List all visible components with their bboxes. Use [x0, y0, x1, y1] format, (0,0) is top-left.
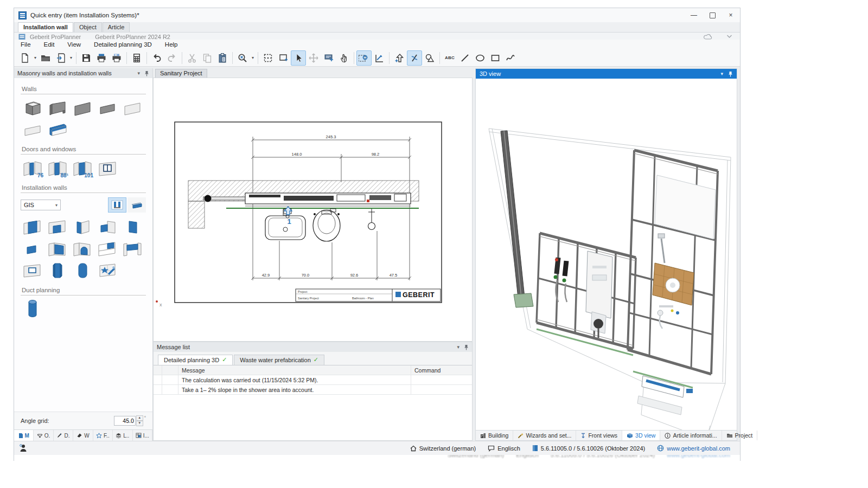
install-item-corner-panel[interactable] — [71, 217, 94, 237]
menu-edit[interactable]: Edit — [44, 41, 55, 48]
menu-file[interactable]: File — [21, 41, 31, 48]
wall-item-corner-dark[interactable] — [46, 98, 69, 118]
print-button[interactable] — [94, 50, 109, 66]
rectangle-tool-button[interactable] — [488, 50, 503, 66]
zoom-button[interactable] — [235, 50, 250, 66]
tab-project[interactable]: Project — [722, 431, 758, 440]
move-button[interactable] — [306, 50, 321, 66]
add-selection-button[interactable] — [276, 50, 291, 66]
copy-button[interactable] — [200, 50, 215, 66]
drawing-canvas[interactable]: x 245.3 148.0 98.2 — [153, 78, 473, 342]
message-row[interactable]: The calculation was carried out (11/15/2… — [154, 375, 472, 385]
pin-icon[interactable] — [144, 70, 149, 76]
tab-article-information[interactable]: Article informati... — [660, 431, 722, 440]
text-tool-button[interactable]: ABC — [442, 50, 457, 66]
angle-grid-input[interactable] — [114, 416, 136, 426]
status-region[interactable]: Switzerland (german) — [410, 445, 476, 452]
toggle-panel-view[interactable] — [127, 197, 146, 213]
door-item-88[interactable]: 88¹ — [46, 158, 69, 178]
tab-front-views[interactable]: Front views — [576, 431, 622, 440]
toggle-stud-view[interactable] — [108, 197, 126, 213]
save-button[interactable] — [79, 50, 94, 66]
duct-item-cylinder[interactable] — [21, 299, 44, 319]
install-item-corner-full[interactable] — [46, 239, 69, 259]
import-dropdown[interactable]: ▾ — [68, 51, 74, 65]
select-tool-button[interactable] — [291, 50, 306, 66]
print-preview-button[interactable] — [109, 50, 124, 66]
shapes-button[interactable] — [422, 50, 437, 66]
install-item-full-panel[interactable] — [21, 217, 44, 237]
mini-tab-objects[interactable]: O. — [34, 430, 53, 441]
tab-sanitary-project[interactable]: Sanitary Project — [155, 69, 207, 78]
gis-select[interactable]: GIS▾ — [21, 200, 61, 210]
curve-tool-button[interactable] — [503, 50, 518, 66]
wall-item-cube[interactable] — [21, 98, 44, 118]
wall-item-installation-blue[interactable] — [46, 120, 69, 139]
wall-item-thin-light[interactable] — [21, 120, 44, 139]
door-item-76[interactable]: 76 — [21, 158, 44, 178]
install-item-corner-arch[interactable] — [71, 239, 94, 259]
mini-tab-dimensions[interactable]: D. — [54, 430, 73, 441]
wall-item-slab-light[interactable] — [120, 98, 144, 118]
chevron-down-icon[interactable]: ▾ — [720, 71, 723, 76]
new-document-dropdown[interactable]: ▾ — [33, 51, 38, 65]
menu-detailed-planning-3d[interactable]: Detailed planning 3D — [94, 41, 152, 48]
pin-icon[interactable] — [728, 71, 733, 77]
pan-hand-button[interactable] — [336, 50, 352, 66]
wall-item-panel-dark[interactable] — [71, 98, 94, 118]
tab-waste-water-prefabrication[interactable]: Waste water prefabrication ✓ — [234, 355, 324, 365]
open-button[interactable] — [38, 50, 53, 66]
undo-button[interactable] — [149, 50, 164, 66]
close-button[interactable]: × — [722, 8, 740, 22]
calculator-button[interactable] — [129, 50, 144, 66]
mini-tab-masonry[interactable]: M — [14, 430, 34, 441]
paste-button[interactable] — [215, 50, 230, 66]
door-item-101[interactable]: 101 — [71, 158, 94, 178]
tab-3d-view[interactable]: 3D view — [622, 431, 660, 440]
angle-down-button[interactable]: ▼ — [136, 421, 143, 426]
mini-tab-favorites[interactable]: F.. — [93, 430, 113, 441]
install-item-side-panel[interactable] — [95, 217, 119, 237]
minimize-button[interactable]: — — [685, 8, 703, 22]
chevron-down-icon[interactable]: ▾ — [137, 70, 140, 76]
install-item-partial-panel[interactable] — [46, 217, 69, 237]
zoom-dropdown[interactable]: ▾ — [250, 51, 256, 65]
tab-wizards[interactable]: Wizards and set... — [513, 431, 576, 440]
install-item-column[interactable] — [46, 261, 69, 280]
status-language[interactable]: Englisch — [488, 445, 520, 452]
select-area-button[interactable] — [260, 50, 276, 66]
redo-button[interactable] — [164, 50, 180, 66]
maximize-button[interactable] — [703, 8, 722, 22]
cut-button[interactable] — [184, 50, 200, 66]
tab-article[interactable]: Article — [103, 22, 130, 32]
edit-geometry-button[interactable] — [356, 50, 372, 66]
tab-installation-wall[interactable]: Installation wall — [18, 22, 73, 32]
menu-view[interactable]: View — [67, 41, 81, 48]
install-item-rounded-panel[interactable] — [71, 261, 94, 280]
ellipse-tool-button[interactable] — [473, 50, 488, 66]
transparency-toggle-button[interactable] — [407, 50, 422, 66]
polyline-edit-button[interactable] — [372, 50, 387, 66]
status-website[interactable]: www.geberit-global.com — [657, 445, 730, 452]
tab-detailed-planning-3d[interactable]: Detailed planning 3D ✓ — [158, 355, 233, 365]
install-item-inspection[interactable] — [21, 261, 44, 280]
menu-help[interactable]: Help — [165, 41, 178, 48]
pin-icon[interactable] — [464, 344, 469, 350]
line-tool-button[interactable] — [457, 50, 473, 66]
install-item-single-blue[interactable] — [120, 217, 144, 237]
new-document-button[interactable] — [17, 50, 33, 66]
install-item-wizard[interactable] — [95, 261, 119, 280]
tab-building[interactable]: Building — [476, 431, 513, 440]
install-item-small-blue[interactable] — [21, 239, 44, 259]
install-item-top-panel[interactable] — [95, 239, 119, 259]
chevron-down-icon[interactable]: ▾ — [457, 344, 459, 350]
dimension-note-button[interactable] — [321, 50, 336, 66]
import-button[interactable] — [53, 50, 68, 66]
mini-tab-walls[interactable]: W — [73, 430, 93, 441]
install-item-bridge[interactable] — [120, 239, 144, 259]
mini-tab-layers[interactable]: L.. — [113, 430, 132, 441]
raise-element-button[interactable] — [392, 50, 407, 66]
status-version[interactable]: 5.6.11005.0 / 5.6.10026 (Oktober 2024) — [532, 445, 645, 452]
mini-tab-installation[interactable]: I... — [133, 430, 152, 441]
view3d-viewport[interactable] — [476, 79, 737, 430]
